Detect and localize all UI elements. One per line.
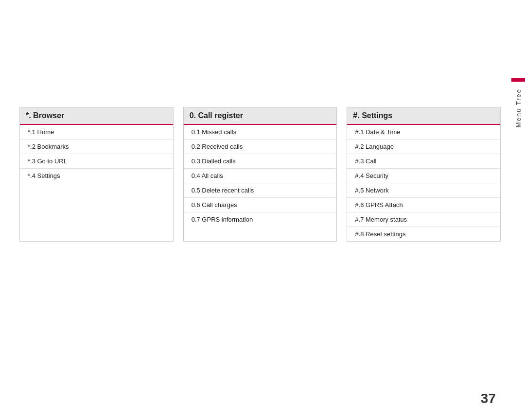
menu-item: #.2 Language — [347, 140, 500, 154]
menu-item: 0.3 Dialled calls — [184, 154, 337, 169]
menu-item: #.3 Call — [347, 154, 500, 169]
menu-item: 0.4 All calls — [184, 169, 337, 183]
side-tab-bar — [511, 78, 525, 82]
side-tab-label: Menu Tree — [515, 88, 522, 127]
menu-item: #.1 Date & Time — [347, 125, 500, 140]
menu-column-call_register: 0. Call register0.1 Missed calls0.2 Rece… — [183, 107, 337, 242]
menu-header-settings: #. Settings — [347, 107, 500, 125]
menu-item: 0.5 Delete recent calls — [184, 183, 337, 198]
menu-item: #.5 Network — [347, 183, 500, 198]
menu-item: *.3 Go to URL — [20, 154, 173, 169]
menu-item: #.4 Security — [347, 169, 500, 183]
menu-item: *.4 Settings — [20, 169, 173, 183]
menu-item: #.6 GPRS Attach — [347, 198, 500, 212]
menu-column-browser: *. Browser*.1 Home*.2 Bookmarks*.3 Go to… — [19, 107, 174, 242]
page-number: 37 — [481, 391, 496, 406]
menu-item: 0.2 Received calls — [184, 140, 337, 154]
menu-item: *.1 Home — [20, 125, 173, 140]
menu-item: 0.6 Call charges — [184, 198, 337, 212]
menu-item: #.8 Reset settings — [347, 227, 500, 241]
side-tab: Menu Tree — [511, 78, 525, 127]
menu-header-browser: *. Browser — [20, 107, 173, 125]
menu-item: #.7 Memory status — [347, 212, 500, 227]
menu-item: *.2 Bookmarks — [20, 140, 173, 154]
main-content: *. Browser*.1 Home*.2 Bookmarks*.3 Go to… — [19, 107, 501, 242]
menu-item: 0.7 GPRS information — [184, 212, 337, 227]
menu-header-call_register: 0. Call register — [184, 107, 337, 125]
menu-column-settings: #. Settings#.1 Date & Time#.2 Language#.… — [347, 107, 501, 242]
menu-item: 0.1 Missed calls — [184, 125, 337, 140]
